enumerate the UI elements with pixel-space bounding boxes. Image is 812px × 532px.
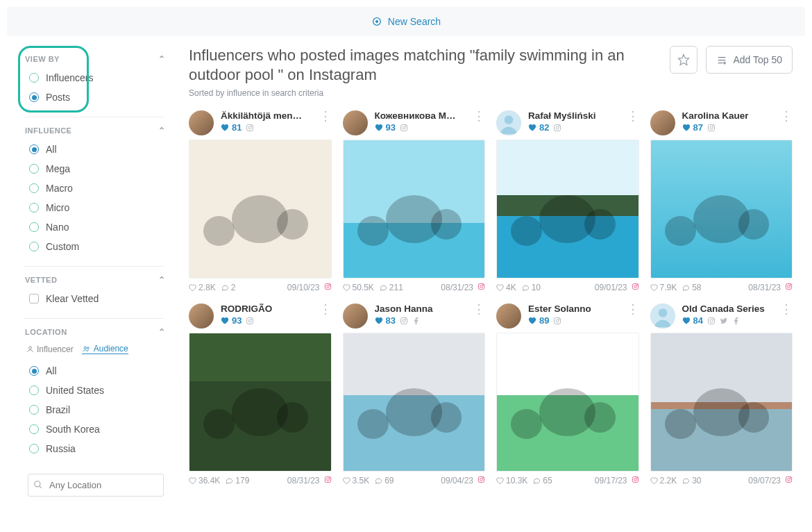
card-menu-button[interactable]: ⋮	[473, 113, 485, 119]
location-tab-audience-label: Audience	[94, 344, 128, 354]
card-menu-button[interactable]: ⋮	[319, 306, 332, 313]
platform-badge	[632, 476, 639, 485]
section-location-header[interactable]: LOCATION ⌃	[10, 319, 178, 341]
section-vetted-header[interactable]: VETTED ⌃	[10, 267, 178, 289]
post-thumbnail[interactable]	[189, 140, 332, 279]
influence-score: 84	[682, 315, 703, 326]
influencer-name[interactable]: Old Canada Series	[682, 304, 766, 314]
social-icons	[707, 317, 741, 325]
post-thumbnail[interactable]	[343, 140, 486, 279]
post-date: 09/17/23	[595, 476, 627, 485]
location-search-input[interactable]	[28, 474, 164, 497]
platform-badge	[324, 476, 332, 485]
location-option-south-korea[interactable]: South Korea	[29, 419, 165, 439]
location-option-brazil[interactable]: Brazil	[29, 400, 165, 419]
svg-point-63	[788, 479, 790, 481]
svg-point-64	[790, 478, 791, 479]
comment-icon	[533, 477, 541, 485]
post-thumbnail[interactable]	[343, 333, 486, 472]
post-thumbnail[interactable]	[650, 333, 793, 472]
viewby-option-posts[interactable]: Posts	[29, 88, 165, 107]
influencer-name[interactable]: Кожевникова Ма...	[375, 110, 458, 121]
svg-point-24	[483, 285, 484, 285]
avatar[interactable]	[650, 110, 675, 135]
location-option-label: South Korea	[46, 424, 100, 435]
influence-option-macro[interactable]: Macro	[29, 178, 165, 198]
svg-marker-7	[679, 55, 689, 65]
influence-score: 93	[221, 315, 242, 326]
post-thumbnail[interactable]	[496, 140, 639, 279]
card-menu-button[interactable]: ⋮	[627, 306, 639, 313]
influence-option-nano[interactable]: Nano	[29, 217, 165, 237]
avatar[interactable]	[650, 304, 675, 329]
svg-point-38	[790, 285, 791, 285]
instagram-icon	[400, 317, 408, 325]
likes-count: 36.4K	[189, 476, 220, 485]
svg-line-6	[40, 486, 42, 488]
location-option-label: United States	[46, 385, 104, 396]
influence-option-micro[interactable]: Micro	[29, 198, 165, 217]
influence-option-custom[interactable]: Custom	[29, 237, 165, 256]
location-option-label: All	[46, 365, 57, 376]
location-tab-audience[interactable]: Audience	[82, 344, 128, 354]
favorite-button[interactable]	[670, 46, 697, 74]
new-search-bar[interactable]: New Search	[7, 7, 805, 36]
comments-count: 10	[522, 283, 541, 292]
add-top-label: Add Top 50	[733, 54, 782, 65]
chevron-up-icon: ⌃	[158, 275, 166, 285]
svg-point-37	[788, 285, 790, 288]
influencer-name[interactable]: Äkkilähtöjä menn...	[221, 110, 304, 121]
likes-count: 2.2K	[650, 476, 677, 485]
instagram-icon	[785, 283, 793, 290]
section-location-label: LOCATION	[25, 328, 67, 336]
location-option-russia[interactable]: Russia	[29, 439, 165, 458]
card-menu-button[interactable]: ⋮	[780, 306, 793, 313]
avatar[interactable]	[189, 304, 214, 329]
post-card: Кожевникова Ма... 93⋮50.5K21108/31/23	[343, 110, 486, 292]
post-date: 08/31/23	[441, 283, 473, 292]
social-icons	[707, 124, 716, 132]
avatar[interactable]	[496, 304, 521, 329]
location-option-all[interactable]: All	[29, 361, 165, 381]
vetted-checkbox[interactable]: Klear Vetted	[29, 289, 165, 308]
card-menu-button[interactable]: ⋮	[627, 113, 639, 119]
influence-option-all[interactable]: All	[29, 140, 165, 159]
avatar[interactable]	[343, 110, 368, 135]
post-thumbnail[interactable]	[650, 140, 793, 279]
post-thumbnail[interactable]	[189, 333, 332, 472]
viewby-option-influencers[interactable]: Influencers	[29, 68, 165, 88]
influencer-name[interactable]: Karolina Kauer	[682, 110, 766, 121]
influence-option-label: Mega	[46, 163, 70, 174]
avatar[interactable]	[496, 110, 521, 135]
influence-option-mega[interactable]: Mega	[29, 159, 165, 178]
influencer-name[interactable]: RODRIGÃO	[221, 304, 304, 314]
post-card: Jason Hanna 83⋮3.5K6909/04/23	[343, 304, 486, 485]
avatar[interactable]	[189, 110, 214, 135]
svg-point-41	[252, 318, 253, 319]
svg-point-15	[252, 125, 253, 126]
avatar[interactable]	[343, 304, 368, 329]
influencer-name[interactable]: Ester Solanno	[528, 304, 611, 314]
section-influence-header[interactable]: INFLUENCE ⌃	[10, 117, 178, 140]
radio-icon	[29, 183, 39, 193]
influencer-name[interactable]: Jason Hanna	[375, 304, 458, 314]
svg-point-49	[480, 479, 483, 481]
main: Influencers who posted images matching "…	[178, 46, 812, 497]
heart-icon	[375, 317, 383, 325]
location-tab-influencer[interactable]: Influencer	[26, 344, 74, 354]
add-top-button[interactable]: Add Top 50	[706, 46, 793, 74]
influencer-name[interactable]: Rafał Myśliński	[528, 110, 611, 121]
comment-icon	[221, 284, 229, 292]
card-menu-button[interactable]: ⋮	[319, 113, 332, 119]
radio-icon	[29, 366, 39, 376]
svg-point-18	[329, 285, 330, 285]
instagram-icon	[324, 283, 332, 290]
section-viewby-header[interactable]: VIEW BY ⌃	[10, 46, 178, 68]
card-menu-button[interactable]: ⋮	[780, 113, 793, 119]
post-thumbnail[interactable]	[496, 333, 639, 472]
svg-point-1	[376, 21, 378, 23]
location-option-united-states[interactable]: United States	[29, 381, 165, 400]
card-menu-button[interactable]: ⋮	[473, 306, 485, 313]
social-icons	[246, 124, 254, 132]
instagram-icon	[632, 476, 639, 483]
